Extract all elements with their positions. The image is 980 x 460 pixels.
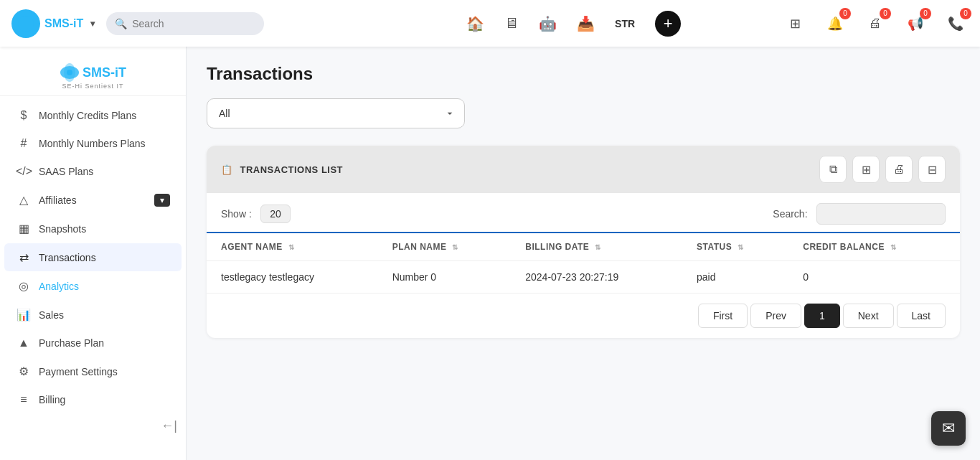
sidebar-item-sales[interactable]: 📊 Sales [4,301,182,329]
sidebar-item-label: Sales [39,309,170,321]
top-navigation: SMS-iT ▾ 🔍 🏠 🖥 🤖 📥 STR + ⊞ 🔔 0 🖨 0 📢 0 [0,0,980,47]
sidebar-item-purchase-plan[interactable]: ▲ Purchase Plan [4,329,182,357]
print-table-button[interactable]: 🖨 [885,156,913,183]
affiliates-chevron: ▾ [154,194,170,207]
logo-suffix: T [118,65,126,80]
col-status[interactable]: STATUS ⇅ [682,233,788,261]
first-page-button[interactable]: First [698,304,748,328]
pagination: First Prev 1 Next Last [207,294,960,338]
sidebar: SMS-iT SE-Hi Sentiest IT $ Monthly Credi… [0,47,187,460]
svg-point-3 [67,70,72,75]
sidebar-item-affiliates[interactable]: △ Affiliates ▾ [4,186,182,214]
sidebar-item-label: Billing [39,394,170,405]
table-header: AGENT NAME ⇅ PLAN NAME ⇅ BILLING DATE ⇅ … [207,233,960,261]
sort-icon-plan: ⇅ [452,243,458,251]
plus-button[interactable]: + [655,11,681,37]
grid-icon-btn[interactable]: ⊞ [782,11,808,37]
table-search-label: Search: [773,208,807,220]
grid-icon: ⊞ [790,16,801,32]
sidebar-item-monthly-numbers[interactable]: # Monthly Numbers Plans [4,130,182,157]
print-icon: 🖨 [869,16,882,31]
columns-button[interactable]: ⊟ [918,156,946,183]
purchase-icon: ▲ [16,337,32,349]
affiliates-icon: △ [16,193,32,207]
cell-billing-date: 2024-07-23 20:27:19 [511,261,682,294]
sort-icon-agent: ⇅ [288,243,295,251]
nav-center-icons: 🏠 🖥 🤖 📥 STR + [466,11,681,37]
brand-logo[interactable]: SMS-iT ▾ [11,9,95,38]
table-controls: Show : 20 Search: [207,193,960,232]
logo-sub: SE-Hi Sentiest IT [62,83,123,90]
megaphone-icon-btn[interactable]: 📢 0 [903,11,928,37]
billing-icon: ≡ [16,393,32,406]
sidebar-item-label: Snapshots [39,223,170,235]
analytics-icon: ◎ [16,279,32,293]
card-header: 📋 TRANSACTIONS LIST ⧉ ⊞ 🖨 ⊟ [207,146,960,193]
bell-badge: 0 [839,8,851,19]
col-plan-name[interactable]: PLAN NAME ⇅ [378,233,512,261]
sidebar-item-label: Affiliates [39,194,147,206]
avatar [11,9,40,38]
home-icon[interactable]: 🏠 [466,15,484,32]
sidebar-item-billing[interactable]: ≡ Billing [4,386,182,413]
search-input[interactable] [106,12,264,35]
sidebar-item-analytics[interactable]: ◎ Analytics [4,272,182,300]
last-page-button[interactable]: Last [897,304,946,328]
table-search-input[interactable] [816,203,946,225]
show-count: 20 [260,205,291,223]
brand-dropdown-icon[interactable]: ▾ [90,19,95,29]
nav-action-icons: ⊞ 🔔 0 🖨 0 📢 0 📞 0 [782,11,969,37]
cell-plan-name: Number 0 [378,261,512,294]
main-layout: SMS-iT SE-Hi Sentiest IT $ Monthly Credi… [0,47,980,460]
sidebar-item-payment-settings[interactable]: ⚙ Payment Settings [4,357,182,385]
sort-icon-billing: ⇅ [595,243,601,251]
sidebar-collapse-btn[interactable]: ←| [161,418,177,433]
col-billing-date[interactable]: BILLING DATE ⇅ [511,233,682,261]
inbox-icon[interactable]: 📥 [577,15,595,32]
print-icon-btn[interactable]: 🖨 0 [862,11,888,37]
next-page-button[interactable]: Next [843,304,894,328]
snapshots-icon: ▦ [16,222,32,235]
phone-icon-btn[interactable]: 📞 0 [943,11,969,37]
sales-icon: 📊 [16,308,32,321]
transactions-table: AGENT NAME ⇅ PLAN NAME ⇅ BILLING DATE ⇅ … [207,232,960,294]
current-page-button[interactable]: 1 [804,304,840,328]
sidebar-item-label: Purchase Plan [39,337,170,349]
prev-page-button[interactable]: Prev [750,304,801,328]
main-content: Transactions All Paid Unpaid Pending 📋 T… [187,47,980,460]
sidebar-item-label: Monthly Numbers Plans [39,138,170,149]
sidebar-item-monthly-credits[interactable]: $ Monthly Credits Plans [4,102,182,129]
sidebar-item-label: SAAS Plans [39,166,170,177]
sidebar-item-snapshots[interactable]: ▦ Snapshots [4,215,182,243]
col-credit-balance[interactable]: CREDIT BALANCE ⇅ [788,233,960,261]
card-toolbar: ⧉ ⊞ 🖨 ⊟ [819,156,946,183]
sort-icon-status: ⇅ [738,243,744,251]
copy-button[interactable]: ⧉ [819,156,847,183]
csv-button[interactable]: ⊞ [852,156,880,183]
col-agent-name[interactable]: AGENT NAME ⇅ [207,233,378,261]
brand-suffix: T [76,17,83,29]
code-icon: </> [16,165,32,178]
chat-fab-button[interactable]: ✉ [931,411,966,446]
str-label: STR [615,18,635,29]
sidebar-item-label: Transactions [39,252,170,263]
cell-status: paid [682,261,788,294]
table-body: testlegacy testlegacy Number 0 2024-07-2… [207,261,960,294]
chat-icon: ✉ [942,419,955,438]
show-label: Show : [221,208,252,220]
svg-point-0 [18,16,34,32]
phone-badge: 0 [960,8,971,19]
cell-credit-balance: 0 [788,261,960,294]
sidebar-item-saas-plans[interactable]: </> SAAS Plans [4,158,182,185]
robot-icon[interactable]: 🤖 [539,15,557,32]
sort-icon-credit: ⇅ [890,243,897,251]
monitor-icon[interactable]: 🖥 [504,15,519,32]
list-icon: 📋 [221,164,233,175]
sidebar-item-label: Monthly Credits Plans [39,110,170,121]
sidebar-item-transactions[interactable]: ⇄ Transactions [4,243,182,271]
bell-icon-btn[interactable]: 🔔 0 [822,11,848,37]
filter-select[interactable]: All Paid Unpaid Pending [207,98,465,128]
transactions-card: 📋 TRANSACTIONS LIST ⧉ ⊞ 🖨 ⊟ Show : 20 Se… [207,146,960,338]
section-title-text: TRANSACTIONS LIST [240,164,344,175]
sidebar-item-label: Payment Settings [39,366,170,377]
